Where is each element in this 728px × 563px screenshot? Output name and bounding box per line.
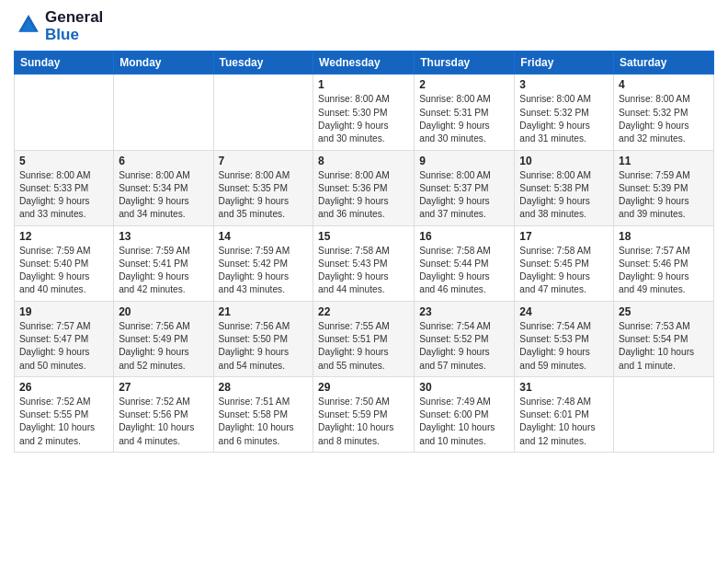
day-cell: 12Sunrise: 7:59 AM Sunset: 5:40 PM Dayli… — [15, 225, 114, 301]
day-info: Sunrise: 7:53 AM Sunset: 5:54 PM Dayligh… — [619, 320, 709, 373]
day-cell: 3Sunrise: 8:00 AM Sunset: 5:32 PM Daylig… — [515, 75, 614, 150]
header: General Blue — [14, 9, 714, 43]
day-number: 14 — [219, 230, 309, 243]
day-number: 25 — [619, 305, 709, 318]
col-header-saturday: Saturday — [614, 52, 714, 75]
day-cell: 20Sunrise: 7:56 AM Sunset: 5:49 PM Dayli… — [114, 301, 213, 376]
day-info: Sunrise: 7:58 AM Sunset: 5:45 PM Dayligh… — [519, 245, 609, 297]
day-cell: 25Sunrise: 7:53 AM Sunset: 5:54 PM Dayli… — [614, 301, 714, 376]
day-number: 8 — [318, 155, 409, 167]
week-row-1: 5Sunrise: 8:00 AM Sunset: 5:33 PM Daylig… — [15, 150, 714, 225]
day-number: 27 — [119, 381, 208, 394]
day-info: Sunrise: 8:00 AM Sunset: 5:36 PM Dayligh… — [318, 169, 409, 222]
day-number: 6 — [119, 155, 208, 167]
day-number: 2 — [419, 78, 509, 91]
day-info: Sunrise: 7:51 AM Sunset: 5:58 PM Dayligh… — [219, 396, 309, 448]
week-row-0: 1Sunrise: 8:00 AM Sunset: 5:30 PM Daylig… — [15, 75, 714, 150]
day-cell: 27Sunrise: 7:52 AM Sunset: 5:56 PM Dayli… — [114, 376, 213, 452]
day-number: 11 — [619, 155, 709, 167]
day-cell: 9Sunrise: 8:00 AM Sunset: 5:37 PM Daylig… — [415, 150, 515, 225]
day-cell: 24Sunrise: 7:54 AM Sunset: 5:53 PM Dayli… — [515, 301, 614, 376]
day-info: Sunrise: 7:59 AM Sunset: 5:41 PM Dayligh… — [119, 245, 208, 297]
col-header-thursday: Thursday — [415, 52, 515, 75]
day-info: Sunrise: 7:56 AM Sunset: 5:50 PM Dayligh… — [219, 320, 309, 373]
calendar: SundayMondayTuesdayWednesdayThursdayFrid… — [14, 51, 714, 453]
day-info: Sunrise: 8:00 AM Sunset: 5:37 PM Dayligh… — [419, 169, 509, 222]
day-cell: 10Sunrise: 8:00 AM Sunset: 5:38 PM Dayli… — [515, 150, 614, 225]
day-number: 9 — [419, 155, 509, 167]
day-info: Sunrise: 7:57 AM Sunset: 5:46 PM Dayligh… — [619, 245, 709, 297]
day-cell: 7Sunrise: 8:00 AM Sunset: 5:35 PM Daylig… — [213, 150, 313, 225]
day-cell: 21Sunrise: 7:56 AM Sunset: 5:50 PM Dayli… — [213, 301, 313, 376]
day-number: 10 — [519, 155, 609, 167]
day-cell: 11Sunrise: 7:59 AM Sunset: 5:39 PM Dayli… — [614, 150, 714, 225]
page: General Blue SundayMondayTuesdayWednesda… — [0, 0, 728, 462]
day-info: Sunrise: 7:49 AM Sunset: 6:00 PM Dayligh… — [419, 396, 509, 448]
day-info: Sunrise: 7:57 AM Sunset: 5:47 PM Dayligh… — [19, 320, 108, 373]
day-info: Sunrise: 7:58 AM Sunset: 5:43 PM Dayligh… — [318, 245, 409, 297]
week-row-3: 19Sunrise: 7:57 AM Sunset: 5:47 PM Dayli… — [15, 301, 714, 376]
day-info: Sunrise: 7:50 AM Sunset: 5:59 PM Dayligh… — [318, 396, 409, 448]
day-cell: 8Sunrise: 8:00 AM Sunset: 5:36 PM Daylig… — [313, 150, 415, 225]
day-number: 29 — [318, 381, 409, 394]
day-cell: 23Sunrise: 7:54 AM Sunset: 5:52 PM Dayli… — [415, 301, 515, 376]
day-number: 13 — [119, 230, 208, 243]
day-number: 21 — [219, 305, 309, 318]
week-row-4: 26Sunrise: 7:52 AM Sunset: 5:55 PM Dayli… — [15, 376, 714, 452]
day-number: 31 — [519, 381, 609, 394]
day-info: Sunrise: 8:00 AM Sunset: 5:32 PM Dayligh… — [519, 93, 609, 145]
day-info: Sunrise: 7:59 AM Sunset: 5:40 PM Dayligh… — [19, 245, 108, 297]
day-cell: 31Sunrise: 7:48 AM Sunset: 6:01 PM Dayli… — [515, 376, 614, 452]
day-number: 18 — [619, 230, 709, 243]
col-header-tuesday: Tuesday — [213, 52, 313, 75]
logo-general: General — [45, 9, 103, 27]
day-info: Sunrise: 8:00 AM Sunset: 5:33 PM Dayligh… — [19, 169, 108, 222]
day-info: Sunrise: 7:54 AM Sunset: 5:52 PM Dayligh… — [419, 320, 509, 373]
day-number: 22 — [318, 305, 409, 318]
day-number: 26 — [19, 381, 108, 394]
logo-icon — [16, 12, 41, 38]
day-cell: 1Sunrise: 8:00 AM Sunset: 5:30 PM Daylig… — [313, 75, 415, 150]
logo: General Blue — [14, 9, 103, 43]
day-info: Sunrise: 8:00 AM Sunset: 5:31 PM Dayligh… — [419, 93, 509, 145]
day-cell — [15, 75, 114, 150]
day-info: Sunrise: 8:00 AM Sunset: 5:30 PM Dayligh… — [318, 93, 409, 145]
day-info: Sunrise: 8:00 AM Sunset: 5:32 PM Dayligh… — [619, 93, 709, 145]
day-cell: 26Sunrise: 7:52 AM Sunset: 5:55 PM Dayli… — [15, 376, 114, 452]
day-cell: 15Sunrise: 7:58 AM Sunset: 5:43 PM Dayli… — [313, 225, 415, 301]
day-info: Sunrise: 7:59 AM Sunset: 5:39 PM Dayligh… — [619, 169, 709, 222]
day-number: 17 — [519, 230, 609, 243]
day-cell: 14Sunrise: 7:59 AM Sunset: 5:42 PM Dayli… — [213, 225, 313, 301]
day-number: 23 — [419, 305, 509, 318]
day-info: Sunrise: 8:00 AM Sunset: 5:35 PM Dayligh… — [219, 169, 309, 222]
col-header-wednesday: Wednesday — [313, 52, 415, 75]
day-number: 16 — [419, 230, 509, 243]
day-number: 3 — [519, 78, 609, 91]
day-cell — [614, 376, 714, 452]
day-info: Sunrise: 7:55 AM Sunset: 5:51 PM Dayligh… — [318, 320, 409, 373]
logo-blue: Blue — [45, 27, 103, 44]
day-number: 24 — [519, 305, 609, 318]
day-info: Sunrise: 7:59 AM Sunset: 5:42 PM Dayligh… — [219, 245, 309, 297]
col-header-sunday: Sunday — [15, 52, 114, 75]
day-number: 1 — [318, 78, 409, 91]
day-cell — [114, 75, 213, 150]
col-header-friday: Friday — [515, 52, 614, 75]
col-header-monday: Monday — [114, 52, 213, 75]
day-number: 12 — [19, 230, 108, 243]
day-number: 30 — [419, 381, 509, 394]
day-info: Sunrise: 7:52 AM Sunset: 5:56 PM Dayligh… — [119, 396, 208, 448]
day-number: 20 — [119, 305, 208, 318]
day-cell: 5Sunrise: 8:00 AM Sunset: 5:33 PM Daylig… — [15, 150, 114, 225]
day-cell: 17Sunrise: 7:58 AM Sunset: 5:45 PM Dayli… — [515, 225, 614, 301]
day-number: 15 — [318, 230, 409, 243]
day-cell: 16Sunrise: 7:58 AM Sunset: 5:44 PM Dayli… — [415, 225, 515, 301]
day-number: 19 — [19, 305, 108, 318]
day-info: Sunrise: 7:54 AM Sunset: 5:53 PM Dayligh… — [519, 320, 609, 373]
week-row-2: 12Sunrise: 7:59 AM Sunset: 5:40 PM Dayli… — [15, 225, 714, 301]
day-info: Sunrise: 8:00 AM Sunset: 5:38 PM Dayligh… — [519, 169, 609, 222]
day-cell: 2Sunrise: 8:00 AM Sunset: 5:31 PM Daylig… — [415, 75, 515, 150]
day-number: 5 — [19, 155, 108, 167]
day-cell: 29Sunrise: 7:50 AM Sunset: 5:59 PM Dayli… — [313, 376, 415, 452]
day-cell: 22Sunrise: 7:55 AM Sunset: 5:51 PM Dayli… — [313, 301, 415, 376]
